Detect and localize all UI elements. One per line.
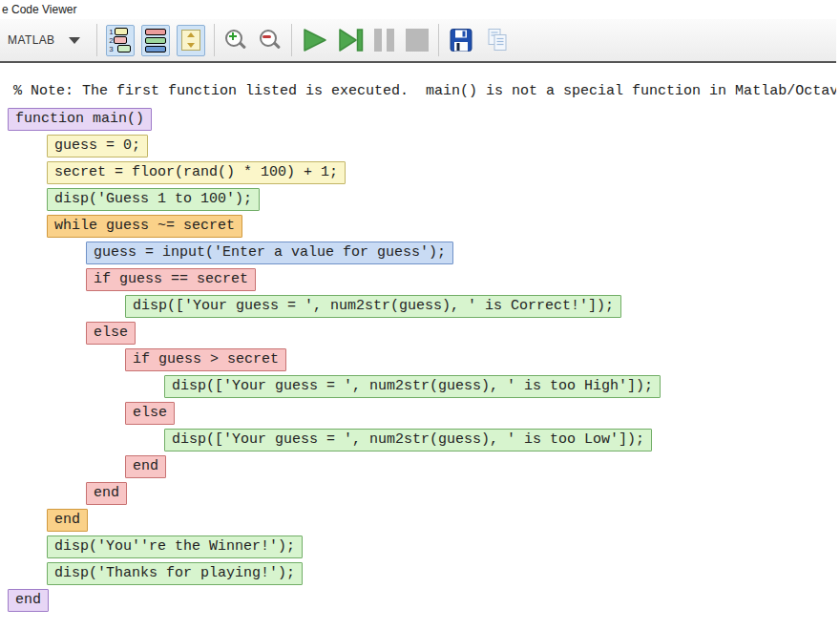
code-block-output[interactable]: disp('You''re the Winner!'); <box>47 536 303 558</box>
code-row: disp('Guess 1 to 100'); <box>8 188 836 211</box>
code-block-conditional[interactable]: else <box>86 322 136 345</box>
code-row: end <box>8 455 836 478</box>
code-row: disp('You''re the Winner!'); <box>8 536 836 558</box>
save-floppy-icon <box>450 28 473 52</box>
code-row: guess = 0; <box>8 135 836 158</box>
code-block-conditional[interactable]: else <box>125 402 175 425</box>
code-block-output[interactable]: disp(['Your guess = ', num2str(guess), '… <box>164 375 661 398</box>
code-row: else <box>8 322 836 345</box>
chevron-down-icon <box>69 37 80 44</box>
expand-vertical-button[interactable] <box>177 25 205 56</box>
stacked-bars-icon <box>145 28 166 53</box>
code-block-output[interactable]: disp(['Your guess = ', num2str(guess), '… <box>164 429 652 452</box>
code-row: if guess == secret <box>8 268 836 291</box>
run-button[interactable] <box>303 27 327 53</box>
language-dropdown[interactable]: MATLAB <box>8 33 80 47</box>
code-row: disp(['Your guess = ', num2str(guess), '… <box>8 429 836 452</box>
copy-pages-icon <box>485 28 510 52</box>
code-block-assignment[interactable]: guess = 0; <box>47 135 148 158</box>
code-block-loop[interactable]: end <box>47 509 88 532</box>
code-block-output[interactable]: disp('Guess 1 to 100'); <box>47 188 260 211</box>
code-viewer-canvas: % Note: The first function listed is exe… <box>0 63 836 616</box>
code-blocks: function main()guess = 0;secret = floor(… <box>8 108 836 612</box>
step-forward-button[interactable] <box>338 27 364 53</box>
stop-icon <box>406 29 429 52</box>
play-icon <box>303 27 327 53</box>
code-row: function main() <box>8 108 836 131</box>
code-block-function[interactable]: function main() <box>8 108 152 131</box>
code-block-loop[interactable]: while guess ~= secret <box>47 215 242 238</box>
code-block-conditional[interactable]: if guess == secret <box>86 268 256 291</box>
toolbar-separator <box>291 24 292 56</box>
code-row: disp(['Your guess = ', num2str(guess), '… <box>8 375 836 398</box>
zoom-out-button[interactable] <box>258 28 283 52</box>
code-block-conditional[interactable]: end <box>86 482 127 505</box>
code-block-assignment[interactable]: secret = floor(rand() * 100) + 1; <box>47 161 346 184</box>
numbered-blocks-view-button[interactable]: 1 2 3 <box>106 25 135 56</box>
window-title: e Code Viewer <box>2 3 77 16</box>
code-row: secret = floor(rand() * 100) + 1; <box>8 161 836 184</box>
save-button[interactable] <box>450 28 473 52</box>
code-row: end <box>8 589 836 612</box>
toolbar-separator <box>96 24 97 56</box>
title-bar: e Code Viewer <box>0 0 840 19</box>
code-block-output[interactable]: disp('Thanks for playing!'); <box>47 562 303 585</box>
zoom-in-button[interactable] <box>223 28 248 52</box>
code-block-output[interactable]: disp(['Your guess = ', num2str(guess), '… <box>125 295 621 318</box>
toolbar-separator <box>214 24 215 56</box>
toolbar-separator <box>438 24 439 56</box>
stop-button[interactable] <box>406 29 429 52</box>
code-row: guess = input('Enter a value for guess')… <box>8 242 836 264</box>
code-row: if guess > secret <box>8 348 836 371</box>
copy-button[interactable] <box>485 28 510 52</box>
code-row: while guess ~= secret <box>8 215 836 238</box>
code-comment: % Note: The first function listed is exe… <box>8 84 836 98</box>
code-block-input[interactable]: guess = input('Enter a value for guess')… <box>86 242 453 264</box>
stacked-bars-view-button[interactable] <box>141 25 170 56</box>
pause-button[interactable] <box>374 29 394 52</box>
numbered-blocks-icon: 1 2 3 <box>109 28 131 53</box>
code-block-function[interactable]: end <box>8 589 49 612</box>
code-block-conditional[interactable]: end <box>125 455 166 478</box>
code-row: disp('Thanks for playing!'); <box>8 562 836 585</box>
toolbar: MATLAB 1 2 3 <box>0 19 836 63</box>
code-row: disp(['Your guess = ', num2str(guess), '… <box>8 295 836 318</box>
expand-vertical-icon <box>181 30 200 51</box>
pause-icon <box>374 29 382 52</box>
code-row: end <box>8 482 836 505</box>
step-forward-icon <box>338 27 364 53</box>
code-block-conditional[interactable]: if guess > secret <box>125 348 286 371</box>
code-row: else <box>8 402 836 425</box>
code-row: end <box>8 509 836 532</box>
language-value: MATLAB <box>8 33 55 47</box>
